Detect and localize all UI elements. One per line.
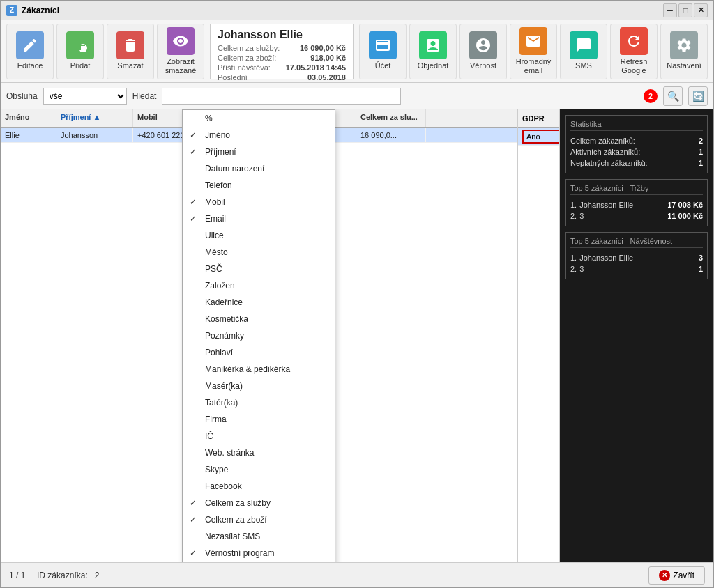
check-mobil: ✓ (190, 197, 201, 207)
menu-item-firma[interactable]: Firma (183, 411, 335, 428)
menu-label-pohlavi: Pohlaví (205, 348, 233, 357)
menu-item-zalozeno[interactable]: Založen (183, 277, 335, 294)
close-label: Zavřít (673, 571, 694, 580)
menu-item-mesto[interactable]: Město (183, 244, 335, 261)
refresh-google-button[interactable]: Refresh Google (610, 24, 658, 79)
show-deleted-label: Zobrazit smazané (160, 57, 201, 75)
menu-label-prijmeni: Příjmení (205, 147, 236, 157)
stats-turnover-value-1: 17 008 Kč (667, 201, 703, 209)
minimize-button[interactable]: ─ (663, 3, 677, 17)
menu-item-kosmeticka[interactable]: Kosmetička (183, 311, 335, 327)
menu-item-psc[interactable]: PSČ (183, 261, 335, 277)
check-email: ✓ (190, 214, 201, 224)
next-visit-value: 17.05.2018 14:45 (282, 63, 346, 72)
menu-label-telefon: Telefon (205, 180, 232, 190)
menu-item-ic[interactable]: IČ (183, 428, 335, 444)
menu-item-vernostni[interactable]: ✓ Věrnostní program (183, 545, 335, 562)
menu-label-poznamky: Poznámky (205, 331, 244, 341)
menu-label-firma: Firma (205, 415, 227, 424)
mass-email-button[interactable]: Hromadný email (510, 24, 557, 79)
settings-button[interactable]: Nastavení (660, 24, 708, 79)
stats-visits-section: Top 5 zákazníci - Návštěvnost 1. Johanss… (565, 232, 708, 279)
stats-value-invalid: 1 (699, 159, 703, 167)
customer-info-panel: Johansson Ellie Celkem za služby: 16 090… (210, 24, 354, 79)
refresh-google-icon (620, 27, 648, 55)
obsluha-select[interactable]: vše (43, 88, 127, 105)
col-header-jmeno[interactable]: Jméno (1, 109, 56, 127)
show-deleted-button[interactable]: Zobrazit smazané (157, 24, 204, 79)
stats-visits-row-1: 1. Johansson Ellie 3 (570, 252, 703, 263)
stats-row-active: Aktivních zákazníků: 1 (570, 146, 703, 157)
maximize-button[interactable]: □ (678, 3, 692, 17)
status-info: 1 / 1 ID zákazníka: 2 (9, 571, 99, 580)
menu-label-jmeno: Jméno (205, 130, 230, 140)
stats-value-active: 1 (699, 148, 703, 156)
refresh-button[interactable]: 🔄 (688, 86, 708, 106)
check-jmeno: ✓ (190, 130, 201, 140)
add-button[interactable]: Přidat (56, 24, 104, 79)
account-button[interactable]: Účet (359, 24, 407, 79)
search-badge: 2 (644, 89, 658, 103)
stats-visits-name-2: 3 (579, 265, 699, 273)
edit-button[interactable]: Editace (6, 24, 54, 79)
sms-icon (570, 31, 598, 59)
menu-label-ic: IČ (205, 431, 213, 441)
order-button[interactable]: Objednat (409, 24, 457, 79)
menu-label-ulice: Ulice (205, 231, 224, 240)
gdpr-value: Ano (522, 130, 559, 144)
menu-item-prijmeni[interactable]: ✓ Příjmení (183, 144, 335, 160)
sms-button[interactable]: SMS (560, 24, 607, 79)
menu-item-ulice[interactable]: Ulice (183, 227, 335, 244)
show-deleted-icon (167, 27, 195, 55)
stats-visits-title: Top 5 zákazníci - Návštěvnost (570, 237, 703, 248)
gdpr-cells: Ano (517, 128, 559, 562)
stats-visits-value-1: 3 (699, 254, 703, 262)
menu-item-web[interactable]: Web. stránka (183, 444, 335, 461)
menu-item-skype[interactable]: Skype (183, 461, 335, 478)
menu-label-email: Email (205, 214, 226, 224)
menu-item-telefon[interactable]: Telefon (183, 177, 335, 194)
menu-item-poznamky[interactable]: Poznámky (183, 327, 335, 344)
menu-item-mobil[interactable]: ✓ Mobil (183, 194, 335, 210)
menu-item-percent[interactable]: % (183, 110, 335, 127)
menu-item-jmeno[interactable]: ✓ Jméno (183, 127, 335, 144)
menu-item-tater[interactable]: Tatér(ka) (183, 394, 335, 411)
window-title: Zákazníci (22, 6, 59, 15)
mass-email-icon (519, 27, 547, 55)
gdpr-column: GDPR (517, 109, 559, 128)
menu-label-celkem-zbozi: Celkem za zboží (205, 515, 267, 525)
context-menu[interactable]: % ✓ Jméno ✓ Příjmení Datum narození Tele… (182, 109, 335, 562)
search-button[interactable]: 🔍 (663, 86, 683, 106)
stats-main-section: Statistika Celkem zákazníků: 2 Aktivních… (565, 115, 708, 173)
menu-label-mobil: Mobil (205, 197, 225, 207)
customer-id-label: ID zákazníka: (37, 571, 88, 580)
menu-label-web: Web. stránka (205, 448, 254, 458)
col-header-prijmeni[interactable]: Příjmení ▲ (56, 109, 133, 127)
window-close-button[interactable]: ✕ (694, 3, 708, 17)
check-celkem-sluzby: ✓ (190, 498, 201, 508)
app-icon: Z (6, 5, 17, 16)
menu-item-manikérka[interactable]: Manikérka & pedikérka (183, 361, 335, 378)
menu-item-celkem-sluzby[interactable]: ✓ Celkem za služby (183, 495, 335, 511)
menu-item-pohlavi[interactable]: Pohlaví (183, 344, 335, 361)
menu-item-facebook[interactable]: Facebook (183, 478, 335, 495)
menu-label-psc: PSČ (205, 264, 222, 274)
cell-prijmeni: Johansson (56, 128, 133, 142)
menu-item-kadernice[interactable]: Kadeřnice (183, 294, 335, 311)
services-value: 16 090,00 Kč (282, 44, 346, 52)
col-header-celkem[interactable]: Celkem za slu... (356, 109, 426, 127)
menu-item-nezasilat-sms[interactable]: Nezasílat SMS (183, 528, 335, 545)
search-input[interactable] (162, 88, 400, 105)
menu-item-celkem-zbozi[interactable]: ✓ Celkem za zboží (183, 511, 335, 528)
close-button[interactable]: ✕ Zavřít (648, 566, 705, 585)
stats-turnover-row-1: 1. Johansson Ellie 17 008 Kč (570, 199, 703, 210)
delete-button[interactable]: Smazat (107, 24, 154, 79)
menu-item-maser[interactable]: Masér(ka) (183, 378, 335, 394)
stats-title: Statistika (570, 120, 703, 131)
menu-item-email[interactable]: ✓ Email (183, 210, 335, 227)
menu-label-celkem-sluzby: Celkem za služby (205, 498, 271, 508)
menu-item-datum-navstevy[interactable]: Datum příští návštěvy (183, 562, 335, 562)
loyalty-button[interactable]: Věrnost (459, 24, 507, 79)
menu-item-datum-narozeni[interactable]: Datum narození (183, 160, 335, 177)
menu-label-nezasilat-sms: Nezasílat SMS (205, 532, 260, 541)
